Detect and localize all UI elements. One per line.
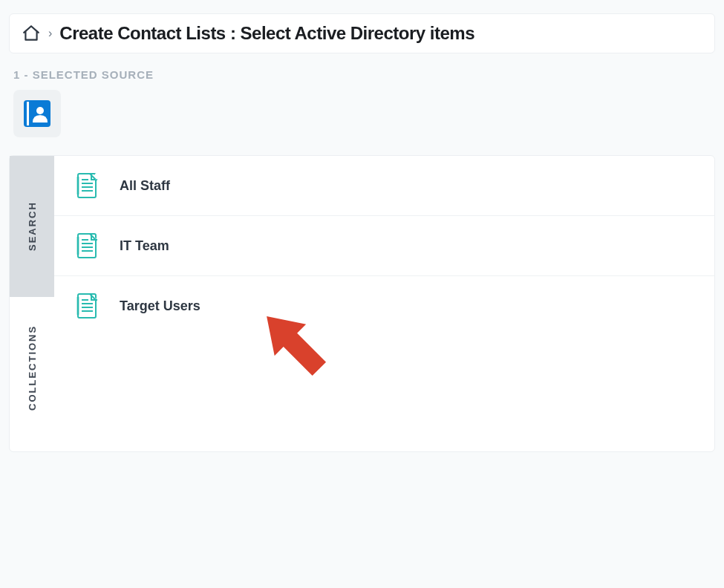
tab-search[interactable]: SEARCH [10,156,54,297]
main-panel: SEARCH COLLECTIONS All Staff [9,155,715,452]
document-icon [76,232,99,259]
collection-list: All Staff IT Team [54,156,714,451]
svg-point-2 [36,107,44,114]
list-item-label: Target Users [120,298,200,314]
breadcrumb: › Create Contact Lists : Select Active D… [9,13,715,53]
svg-rect-14 [76,237,79,255]
side-tabs: SEARCH COLLECTIONS [10,156,54,451]
svg-rect-20 [76,297,79,315]
document-icon [76,172,99,199]
tab-collections[interactable]: COLLECTIONS [10,297,54,438]
list-item-label: All Staff [120,178,170,194]
svg-rect-8 [76,177,79,195]
list-item[interactable]: All Staff [54,156,714,216]
list-item[interactable]: Target Users [54,276,714,336]
tab-collections-label: COLLECTIONS [27,324,38,410]
page-title: Create Contact Lists : Select Active Dir… [59,23,474,44]
tab-search-label: SEARCH [27,202,38,252]
selected-source-icon[interactable] [13,90,61,137]
home-icon[interactable] [22,24,41,43]
step-label: 1 - SELECTED SOURCE [13,68,715,81]
list-item[interactable]: IT Team [54,216,714,276]
document-icon [76,293,99,319]
chevron-right-icon: › [48,27,52,40]
list-item-label: IT Team [120,238,169,254]
svg-rect-1 [27,102,29,125]
